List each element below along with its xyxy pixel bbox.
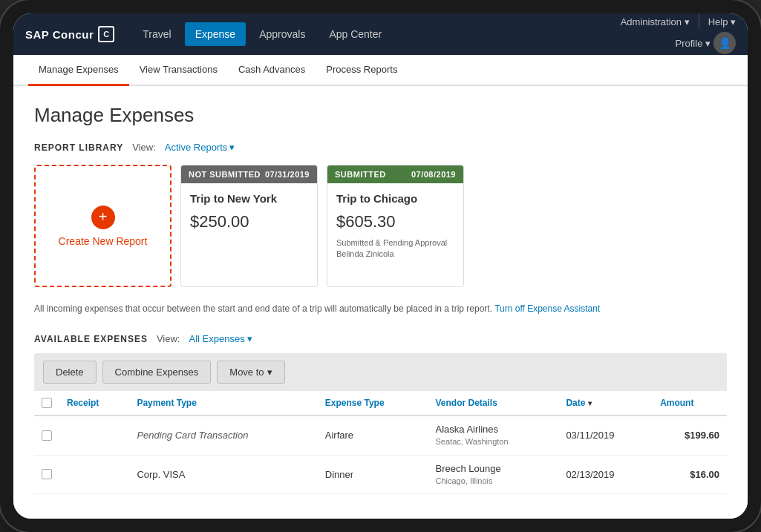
th-receipt: Receipt xyxy=(59,391,129,416)
row1-vendor-name: Alaska Airlines xyxy=(436,423,552,436)
nav-item-approvals[interactable]: Approvals xyxy=(249,22,316,46)
row2-vendor-details: Breech Lounge Chicago, Illinois xyxy=(428,455,559,494)
not-submitted-date: 07/31/2019 xyxy=(265,170,310,179)
profile-link[interactable]: Profile ▾ xyxy=(676,38,711,49)
row1-vendor-info: Alaska Airlines Seatac, Washington xyxy=(436,423,552,448)
report-library-header: REPORT LIBRARY View: Active Reports ▾ xyxy=(34,142,727,153)
device-frame: SAP Concur C Travel Expense Approvals Ap… xyxy=(0,0,761,532)
nav-divider xyxy=(699,14,699,29)
main-content: Manage Expenses REPORT LIBRARY View: Act… xyxy=(13,86,748,519)
row1-expense-type: Airfare xyxy=(318,416,428,455)
move-to-label: Move to xyxy=(229,367,264,378)
submitted-date: 07/08/2019 xyxy=(411,170,456,179)
row2-receipt xyxy=(59,455,129,494)
row1-payment-type: Pending Card Transaction xyxy=(129,416,317,455)
row2-checkbox-cell xyxy=(34,455,59,494)
active-reports-label: Active Reports xyxy=(165,142,228,153)
row1-checkbox[interactable] xyxy=(42,430,52,441)
user-avatar: 👤 xyxy=(713,32,736,54)
expense-assistant-link[interactable]: Turn off Expense Assistant xyxy=(494,303,600,314)
expense-table: Receipt Payment Type Expense Type Vendor… xyxy=(34,391,727,494)
th-payment-type[interactable]: Payment Type xyxy=(129,391,317,416)
top-right-row: Administration ▾ Help ▾ xyxy=(621,14,736,29)
device-screen: SAP Concur C Travel Expense Approvals Ap… xyxy=(13,13,748,519)
create-new-report-card[interactable]: + Create New Report xyxy=(34,165,172,287)
card-body-chicago: Trip to Chicago $605.30 Submitted & Pend… xyxy=(327,183,463,286)
page-title: Manage Expenses xyxy=(34,104,727,127)
row1-vendor-sub: Seatac, Washington xyxy=(436,436,552,447)
trip-name-new-york: Trip to New York xyxy=(190,192,308,205)
row2-payment-type: Corp. VISA xyxy=(129,455,317,494)
row2-date: 02/13/2019 xyxy=(558,455,653,494)
trip-name-chicago: Trip to Chicago xyxy=(336,192,454,205)
all-expenses-label: All Expenses xyxy=(189,333,244,344)
card-status-text-chicago: Submitted & Pending ApprovalBelinda Zini… xyxy=(336,237,454,260)
select-all-checkbox[interactable] xyxy=(42,398,52,408)
logo-area: SAP Concur C xyxy=(25,26,114,42)
report-card-new-york[interactable]: NOT SUBMITTED 07/31/2019 Trip to New Yor… xyxy=(180,165,318,287)
logo-icon: C xyxy=(98,26,114,42)
th-expense-type: Expense Type xyxy=(318,391,428,416)
row1-date: 03/11/2019 xyxy=(558,416,653,455)
table-header-row: Receipt Payment Type Expense Type Vendor… xyxy=(34,391,727,416)
available-expenses-view-label: View: xyxy=(157,333,180,344)
action-buttons: Delete Combine Expenses Move to ▾ xyxy=(34,353,727,391)
top-nav: SAP Concur C Travel Expense Approvals Ap… xyxy=(13,13,748,55)
row1-checkbox-cell xyxy=(34,416,59,455)
sub-nav-manage-expenses[interactable]: Manage Expenses xyxy=(28,55,129,86)
all-expenses-dropdown-icon: ▾ xyxy=(247,333,252,344)
logo-text: SAP Concur xyxy=(25,28,94,41)
card-header-submitted: SUBMITTED 07/08/2019 xyxy=(327,165,463,183)
row2-expense-type: Dinner xyxy=(318,455,428,494)
table-head: Receipt Payment Type Expense Type Vendor… xyxy=(34,391,727,416)
card-body-new-york: Trip to New York $250.00 xyxy=(181,183,317,286)
sub-nav-cash-advances[interactable]: Cash Advances xyxy=(228,55,316,86)
admin-link[interactable]: Administration ▾ xyxy=(621,16,690,27)
row2-vendor-name: Breech Lounge xyxy=(436,462,552,476)
delete-button[interactable]: Delete xyxy=(43,361,97,384)
row2-vendor-sub: Chicago, Illinois xyxy=(436,476,552,487)
th-checkbox xyxy=(34,391,59,416)
create-icon: + xyxy=(91,206,115,229)
th-amount: Amount xyxy=(653,391,727,416)
submitted-status: SUBMITTED xyxy=(335,170,386,179)
th-date[interactable]: Date ▾ xyxy=(558,391,653,416)
row1-vendor-details: Alaska Airlines Seatac, Washington xyxy=(428,416,559,455)
card-header-not-submitted: NOT SUBMITTED 07/31/2019 xyxy=(181,165,317,183)
info-text-content: All incoming expenses that occur between… xyxy=(34,303,492,314)
not-submitted-status: NOT SUBMITTED xyxy=(189,170,261,179)
nav-item-expense[interactable]: Expense xyxy=(185,22,246,46)
sub-nav-view-transactions[interactable]: View Transactions xyxy=(129,55,228,86)
nav-top-section: Administration ▾ Help ▾ Profile ▾ 👤 xyxy=(621,14,736,54)
table-row: Pending Card Transaction Airfare Alaska … xyxy=(34,416,727,455)
bottom-right-row: Profile ▾ 👤 xyxy=(676,32,736,54)
available-expenses-title: AVAILABLE EXPENSES xyxy=(34,334,148,344)
date-sort-icon: ▾ xyxy=(588,399,592,407)
th-vendor-details: Vendor Details xyxy=(428,391,559,416)
report-library-view-label: View: xyxy=(132,142,156,153)
sub-nav-process-reports[interactable]: Process Reports xyxy=(316,55,408,86)
create-label: Create New Report xyxy=(59,235,148,247)
row2-amount: $16.00 xyxy=(653,455,727,494)
move-to-dropdown-icon: ▾ xyxy=(267,367,272,378)
nav-item-travel[interactable]: Travel xyxy=(132,22,181,46)
info-text: All incoming expenses that occur between… xyxy=(34,302,727,315)
amount-new-york: $250.00 xyxy=(190,212,308,231)
combine-expenses-button[interactable]: Combine Expenses xyxy=(102,361,212,384)
nav-item-app-center[interactable]: App Center xyxy=(319,22,392,46)
dropdown-arrow-icon: ▾ xyxy=(229,142,235,153)
report-library-title: REPORT LIBRARY xyxy=(34,142,123,153)
report-library-view-dropdown[interactable]: Active Reports ▾ xyxy=(165,142,235,153)
sub-nav: Manage Expenses View Transactions Cash A… xyxy=(13,55,748,86)
row1-amount: $199.60 xyxy=(653,416,727,455)
report-card-chicago[interactable]: SUBMITTED 07/08/2019 Trip to Chicago $60… xyxy=(327,165,464,287)
amount-chicago: $605.30 xyxy=(336,212,454,231)
help-link[interactable]: Help ▾ xyxy=(708,16,736,27)
row1-receipt xyxy=(59,416,129,455)
move-to-button[interactable]: Move to ▾ xyxy=(217,361,284,384)
row2-checkbox[interactable] xyxy=(42,469,52,479)
available-expenses-header: AVAILABLE EXPENSES View: All Expenses ▾ xyxy=(34,333,727,344)
available-expenses-view-dropdown[interactable]: All Expenses ▾ xyxy=(189,333,252,344)
row2-vendor-info: Breech Lounge Chicago, Illinois xyxy=(436,462,552,487)
table-body: Pending Card Transaction Airfare Alaska … xyxy=(34,416,727,494)
